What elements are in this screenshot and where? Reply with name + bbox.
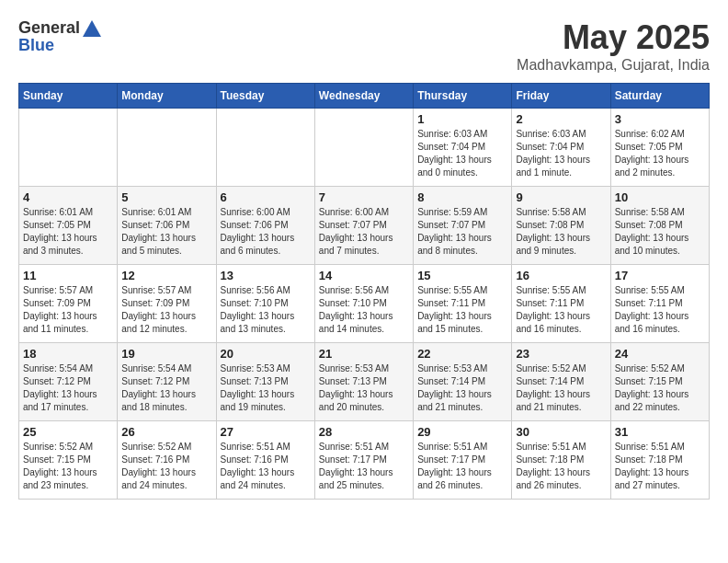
calendar-header: SundayMondayTuesdayWednesdayThursdayFrid… bbox=[19, 84, 710, 109]
day-number: 21 bbox=[319, 347, 409, 361]
day-info: Sunrise: 5:51 AM Sunset: 7:18 PM Dayligh… bbox=[615, 441, 705, 492]
header-row: SundayMondayTuesdayWednesdayThursdayFrid… bbox=[19, 84, 710, 109]
day-cell bbox=[118, 109, 216, 187]
day-info: Sunrise: 6:00 AM Sunset: 7:07 PM Dayligh… bbox=[319, 206, 409, 258]
day-number: 6 bbox=[221, 190, 311, 204]
day-info: Sunrise: 6:03 AM Sunset: 7:04 PM Dayligh… bbox=[516, 128, 606, 179]
day-number: 19 bbox=[121, 347, 211, 361]
header: General Blue May 2025 Madhavkampa, Gujar… bbox=[18, 18, 710, 74]
day-number: 8 bbox=[417, 190, 507, 204]
day-info: Sunrise: 5:51 AM Sunset: 7:16 PM Dayligh… bbox=[221, 441, 311, 492]
day-info: Sunrise: 5:55 AM Sunset: 7:11 PM Dayligh… bbox=[516, 284, 606, 336]
day-info: Sunrise: 5:54 AM Sunset: 7:12 PM Dayligh… bbox=[121, 362, 211, 414]
day-cell: 2Sunrise: 6:03 AM Sunset: 7:04 PM Daylig… bbox=[512, 109, 610, 187]
day-cell: 20Sunrise: 5:53 AM Sunset: 7:13 PM Dayli… bbox=[216, 343, 314, 421]
day-cell: 14Sunrise: 5:56 AM Sunset: 7:10 PM Dayli… bbox=[314, 265, 413, 343]
day-info: Sunrise: 6:00 AM Sunset: 7:06 PM Dayligh… bbox=[221, 206, 311, 258]
day-cell: 12Sunrise: 5:57 AM Sunset: 7:09 PM Dayli… bbox=[118, 265, 216, 343]
day-info: Sunrise: 5:52 AM Sunset: 7:15 PM Dayligh… bbox=[23, 441, 113, 492]
day-info: Sunrise: 6:02 AM Sunset: 7:05 PM Dayligh… bbox=[615, 128, 705, 179]
day-cell: 4Sunrise: 6:01 AM Sunset: 7:05 PM Daylig… bbox=[19, 187, 118, 265]
calendar-table: SundayMondayTuesdayWednesdayThursdayFrid… bbox=[18, 83, 710, 500]
calendar-body: 1Sunrise: 6:03 AM Sunset: 7:04 PM Daylig… bbox=[19, 109, 710, 500]
day-cell: 9Sunrise: 5:58 AM Sunset: 7:08 PM Daylig… bbox=[512, 187, 610, 265]
week-row-3: 18Sunrise: 5:54 AM Sunset: 7:12 PM Dayli… bbox=[19, 343, 710, 421]
day-number: 12 bbox=[121, 269, 211, 282]
day-cell bbox=[19, 109, 118, 187]
day-cell: 25Sunrise: 5:52 AM Sunset: 7:15 PM Dayli… bbox=[19, 421, 118, 500]
day-info: Sunrise: 6:03 AM Sunset: 7:04 PM Dayligh… bbox=[417, 128, 507, 179]
day-info: Sunrise: 5:52 AM Sunset: 7:14 PM Dayligh… bbox=[516, 362, 606, 414]
day-info: Sunrise: 5:51 AM Sunset: 7:17 PM Dayligh… bbox=[319, 441, 409, 492]
day-cell: 27Sunrise: 5:51 AM Sunset: 7:16 PM Dayli… bbox=[216, 421, 314, 500]
day-cell: 29Sunrise: 5:51 AM Sunset: 7:17 PM Dayli… bbox=[414, 421, 512, 500]
day-cell: 19Sunrise: 5:54 AM Sunset: 7:12 PM Dayli… bbox=[118, 343, 216, 421]
header-cell-friday: Friday bbox=[512, 84, 610, 109]
day-cell: 24Sunrise: 5:52 AM Sunset: 7:15 PM Dayli… bbox=[610, 343, 709, 421]
month-title: May 2025 bbox=[517, 18, 710, 57]
day-cell: 10Sunrise: 5:58 AM Sunset: 7:08 PM Dayli… bbox=[610, 187, 709, 265]
day-cell: 5Sunrise: 6:01 AM Sunset: 7:06 PM Daylig… bbox=[118, 187, 216, 265]
day-info: Sunrise: 5:58 AM Sunset: 7:08 PM Dayligh… bbox=[516, 206, 606, 258]
day-cell: 18Sunrise: 5:54 AM Sunset: 7:12 PM Dayli… bbox=[19, 343, 118, 421]
day-number: 17 bbox=[615, 269, 705, 282]
day-info: Sunrise: 5:55 AM Sunset: 7:11 PM Dayligh… bbox=[615, 284, 705, 336]
week-row-1: 4Sunrise: 6:01 AM Sunset: 7:05 PM Daylig… bbox=[19, 187, 710, 265]
day-cell: 7Sunrise: 6:00 AM Sunset: 7:07 PM Daylig… bbox=[314, 187, 413, 265]
day-cell: 1Sunrise: 6:03 AM Sunset: 7:04 PM Daylig… bbox=[414, 109, 512, 187]
day-info: Sunrise: 5:55 AM Sunset: 7:11 PM Dayligh… bbox=[417, 284, 507, 336]
title-area: May 2025 Madhavkampa, Gujarat, India bbox=[517, 18, 710, 74]
day-info: Sunrise: 5:57 AM Sunset: 7:09 PM Dayligh… bbox=[121, 284, 211, 336]
day-number: 20 bbox=[221, 347, 311, 361]
day-info: Sunrise: 5:52 AM Sunset: 7:16 PM Dayligh… bbox=[121, 441, 211, 492]
day-info: Sunrise: 5:56 AM Sunset: 7:10 PM Dayligh… bbox=[319, 284, 409, 336]
location-title: Madhavkampa, Gujarat, India bbox=[517, 57, 710, 74]
day-cell: 8Sunrise: 5:59 AM Sunset: 7:07 PM Daylig… bbox=[414, 187, 512, 265]
day-number: 31 bbox=[615, 425, 705, 439]
day-number: 29 bbox=[417, 425, 507, 439]
day-cell: 31Sunrise: 5:51 AM Sunset: 7:18 PM Dayli… bbox=[610, 421, 709, 500]
day-number: 11 bbox=[23, 269, 113, 282]
day-info: Sunrise: 5:59 AM Sunset: 7:07 PM Dayligh… bbox=[417, 206, 507, 258]
day-number: 13 bbox=[221, 269, 311, 282]
day-number: 4 bbox=[23, 190, 113, 204]
day-number: 30 bbox=[516, 425, 606, 439]
day-info: Sunrise: 5:57 AM Sunset: 7:09 PM Dayligh… bbox=[23, 284, 113, 336]
logo-general: General bbox=[18, 18, 80, 38]
day-cell: 11Sunrise: 5:57 AM Sunset: 7:09 PM Dayli… bbox=[19, 265, 118, 343]
day-cell: 16Sunrise: 5:55 AM Sunset: 7:11 PM Dayli… bbox=[512, 265, 610, 343]
day-number: 23 bbox=[516, 347, 606, 361]
header-cell-sunday: Sunday bbox=[19, 84, 118, 109]
header-cell-monday: Monday bbox=[118, 84, 216, 109]
day-info: Sunrise: 6:01 AM Sunset: 7:05 PM Dayligh… bbox=[23, 206, 113, 258]
day-info: Sunrise: 5:56 AM Sunset: 7:10 PM Dayligh… bbox=[221, 284, 311, 336]
day-info: Sunrise: 5:58 AM Sunset: 7:08 PM Dayligh… bbox=[615, 206, 705, 258]
day-info: Sunrise: 5:53 AM Sunset: 7:13 PM Dayligh… bbox=[221, 362, 311, 414]
day-info: Sunrise: 5:53 AM Sunset: 7:13 PM Dayligh… bbox=[319, 362, 409, 414]
day-number: 10 bbox=[615, 190, 705, 204]
header-cell-saturday: Saturday bbox=[610, 84, 709, 109]
day-cell bbox=[314, 109, 413, 187]
day-number: 3 bbox=[615, 112, 705, 126]
day-number: 26 bbox=[121, 425, 211, 439]
day-number: 27 bbox=[221, 425, 311, 439]
day-cell: 22Sunrise: 5:53 AM Sunset: 7:14 PM Dayli… bbox=[414, 343, 512, 421]
day-number: 24 bbox=[615, 347, 705, 361]
day-cell: 26Sunrise: 5:52 AM Sunset: 7:16 PM Dayli… bbox=[118, 421, 216, 500]
day-cell bbox=[216, 109, 314, 187]
week-row-4: 25Sunrise: 5:52 AM Sunset: 7:15 PM Dayli… bbox=[19, 421, 710, 500]
day-number: 1 bbox=[417, 112, 507, 126]
logo-triangle-icon bbox=[83, 20, 101, 37]
day-cell: 28Sunrise: 5:51 AM Sunset: 7:17 PM Dayli… bbox=[314, 421, 413, 500]
day-info: Sunrise: 6:01 AM Sunset: 7:06 PM Dayligh… bbox=[121, 206, 211, 258]
day-number: 7 bbox=[319, 190, 409, 204]
day-cell: 17Sunrise: 5:55 AM Sunset: 7:11 PM Dayli… bbox=[610, 265, 709, 343]
day-number: 2 bbox=[516, 112, 606, 126]
day-info: Sunrise: 5:51 AM Sunset: 7:18 PM Dayligh… bbox=[516, 441, 606, 492]
day-info: Sunrise: 5:53 AM Sunset: 7:14 PM Dayligh… bbox=[417, 362, 507, 414]
day-cell: 3Sunrise: 6:02 AM Sunset: 7:05 PM Daylig… bbox=[610, 109, 709, 187]
day-cell: 13Sunrise: 5:56 AM Sunset: 7:10 PM Dayli… bbox=[216, 265, 314, 343]
week-row-0: 1Sunrise: 6:03 AM Sunset: 7:04 PM Daylig… bbox=[19, 109, 710, 187]
day-cell: 6Sunrise: 6:00 AM Sunset: 7:06 PM Daylig… bbox=[216, 187, 314, 265]
day-number: 25 bbox=[23, 425, 113, 439]
